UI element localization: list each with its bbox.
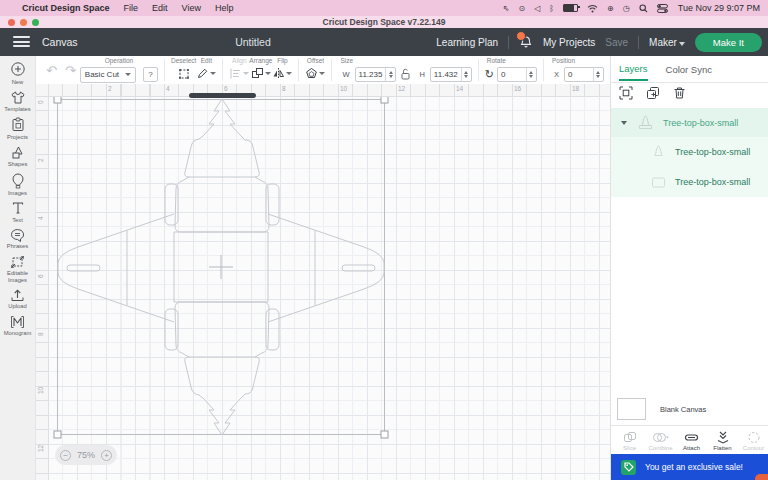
width-stepper[interactable]: 11.235: [355, 67, 397, 82]
align-button[interactable]: [229, 67, 249, 80]
edit-button[interactable]: [196, 67, 216, 80]
flatten-button[interactable]: Flatten: [710, 431, 735, 451]
canvas-color-swatch[interactable]: [617, 398, 646, 420]
rotate-label: Rotate: [487, 58, 506, 65]
make-it-button[interactable]: Make It: [695, 33, 762, 52]
ruler-number: 12: [37, 445, 44, 452]
deselect-label: Deselect: [171, 58, 196, 65]
dropdown-arrow-icon: [265, 72, 271, 75]
tree-top-box-design[interactable]: [36, 84, 610, 480]
menu-edit[interactable]: Edit: [152, 3, 168, 13]
menu-help[interactable]: Help: [215, 3, 234, 13]
operation-dropdown[interactable]: Basic Cut: [80, 67, 136, 83]
sidebar-item-templates[interactable]: Templates: [0, 90, 36, 113]
arrange-button[interactable]: [251, 67, 271, 80]
sidebar-item-text[interactable]: Text: [0, 201, 36, 223]
save-button[interactable]: Save: [605, 37, 628, 48]
layer-row[interactable]: Tree-top-box-small: [611, 137, 768, 167]
offset-button[interactable]: [305, 67, 325, 80]
tab-color-sync[interactable]: Color Sync: [666, 64, 712, 75]
operation-group: Operation Basic Cut ?: [80, 56, 158, 84]
sale-tag-icon: [621, 460, 636, 475]
pointer-icon[interactable]: ⇖: [503, 4, 510, 13]
templates-icon: [10, 90, 26, 105]
machine-selector[interactable]: Maker: [649, 37, 685, 48]
flip-group: Flip: [272, 56, 292, 84]
ruler-number: 0: [37, 100, 44, 104]
feedback-tab[interactable]: [755, 474, 768, 480]
arrange-group: Arrange: [249, 56, 272, 84]
delete-icon[interactable]: [673, 86, 686, 100]
tab-layers[interactable]: Layers: [619, 57, 648, 81]
control-center-icon[interactable]: [657, 4, 668, 13]
undo-icon[interactable]: ↶: [46, 63, 57, 78]
menubar-app-name[interactable]: Cricut Design Space: [22, 3, 110, 13]
menubar-status-icons: ⇖ ⊙ ◁ ᛒ ⊕ ◷: [503, 4, 668, 13]
horizontal-scrollbar-thumb[interactable]: [189, 93, 256, 98]
flip-button[interactable]: [272, 67, 292, 80]
notifications-bell-icon[interactable]: [519, 35, 533, 49]
ruler-number: 8: [37, 332, 44, 336]
zoom-out-button[interactable]: −: [60, 450, 71, 461]
search-icon[interactable]: [639, 4, 648, 13]
nav-canvas[interactable]: Canvas: [42, 36, 78, 48]
layer-label: Tree-top-box-small: [675, 177, 750, 187]
layer-thumbnail: [651, 145, 666, 160]
dropdown-arrow-icon: [286, 72, 292, 75]
play-circle-icon[interactable]: ⊙: [518, 4, 525, 13]
contour-button[interactable]: Contour: [741, 431, 766, 451]
x-stepper[interactable]: 0: [564, 67, 604, 82]
language-icon[interactable]: ⊕: [607, 4, 614, 13]
chevron-down-icon[interactable]: [621, 121, 627, 125]
sidebar-item-phrases[interactable]: Phrases: [0, 228, 36, 250]
operation-help-button[interactable]: ?: [143, 67, 158, 82]
my-projects-link[interactable]: My Projects: [543, 37, 595, 48]
header-divider: [508, 36, 509, 49]
redo-icon[interactable]: ↷: [65, 63, 76, 78]
sidebar-item-upload[interactable]: Upload: [0, 288, 36, 310]
group-icon[interactable]: [619, 86, 633, 100]
attach-icon: [684, 431, 699, 444]
clock-menu-icon[interactable]: ◷: [623, 4, 630, 13]
battery-icon[interactable]: [563, 4, 578, 12]
bluetooth-icon[interactable]: ᛒ: [549, 4, 554, 13]
layer-row[interactable]: Tree-top-box-small: [611, 167, 768, 197]
rotate-icon[interactable]: ↻: [485, 68, 494, 81]
dropdown-arrow-icon: [319, 72, 325, 75]
sidebar-item-monogram[interactable]: Monogram: [0, 315, 36, 337]
deselect-button[interactable]: [177, 67, 191, 81]
align-group: Align: [229, 56, 249, 84]
menu-view[interactable]: View: [182, 3, 201, 13]
rotate-stepper[interactable]: 0: [497, 67, 537, 82]
sidebar-item-shapes[interactable]: Shapes: [0, 145, 36, 168]
learning-plan-link[interactable]: Learning Plan: [436, 37, 498, 48]
unlock-icon[interactable]: [400, 68, 411, 80]
zoom-in-button[interactable]: +: [101, 450, 112, 461]
sidebar-item-editable-images[interactable]: Editable Images: [0, 255, 36, 284]
layer-group-row[interactable]: Tree-top-box-small: [611, 108, 768, 137]
menu-file[interactable]: File: [124, 3, 139, 13]
sidebar-item-images[interactable]: Images: [0, 173, 36, 197]
offset-label: Offset: [307, 58, 324, 65]
document-title[interactable]: Untitled: [235, 36, 271, 48]
promo-banner[interactable]: You get an exclusive sale!: [611, 454, 768, 480]
blank-canvas-row: Blank Canvas: [617, 398, 706, 420]
combine-button[interactable]: Combine: [648, 431, 673, 451]
hamburger-menu-icon[interactable]: [13, 36, 30, 47]
menubar-clock[interactable]: Tue Nov 29 9:07 PM: [678, 3, 760, 13]
wifi-icon[interactable]: [587, 4, 598, 13]
deselect-group: Deselect: [171, 56, 196, 84]
header-right-group: Learning Plan My Projects Save Maker Mak…: [436, 28, 762, 56]
height-stepper[interactable]: 11.432: [430, 67, 472, 82]
sidebar-item-new[interactable]: New: [0, 61, 36, 85]
zoom-level: 75%: [77, 450, 95, 460]
attach-button[interactable]: Attach: [679, 431, 704, 451]
flatten-icon: [716, 431, 730, 444]
sidebar-item-projects[interactable]: Projects: [0, 117, 36, 140]
slice-button[interactable]: Slice: [617, 431, 642, 451]
ruler-number: 2: [37, 158, 44, 162]
app-header: Canvas Untitled Learning Plan My Project…: [0, 28, 768, 56]
design-canvas[interactable]: 2 4 6 8 10 12 14 16 18 0 2 4 6 8 10 12: [36, 84, 610, 480]
volume-icon[interactable]: ◁: [534, 4, 540, 13]
duplicate-icon[interactable]: [646, 86, 660, 100]
